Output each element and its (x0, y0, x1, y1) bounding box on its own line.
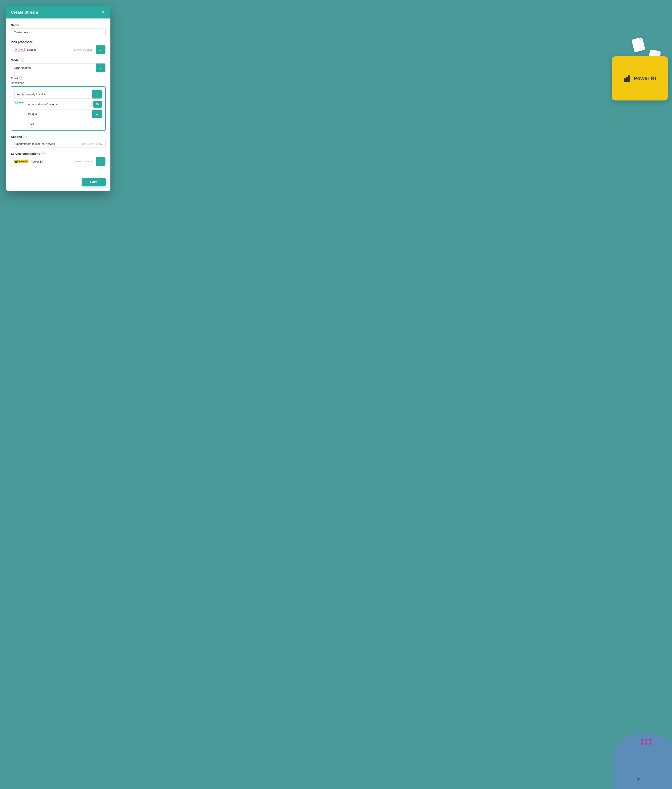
modal-body: Name Pick processor ORACLE Oracle (by Pi… (6, 19, 110, 175)
create-stream-modal: Create Stream × Name Pick processor ORAC… (6, 6, 110, 191)
svg-rect-5 (17, 160, 18, 163)
close-button[interactable]: × (100, 10, 106, 15)
save-button[interactable]: Save (82, 178, 106, 186)
filter-conditions-box: Apply property to value ⌄ Where Or (11, 86, 106, 131)
powerbi-card: Power BI (612, 56, 668, 101)
oracle-logo: ORACLE (14, 48, 25, 51)
actions-text-content: Export/stream to external service (by De… (11, 140, 105, 147)
actions-by-label: (by Denis Florkin) (82, 142, 103, 145)
apply-property-row: Apply property to value ⌄ (14, 90, 102, 99)
name-field-group: Name (11, 23, 106, 36)
powerbi-logo-small: Power BI (14, 160, 29, 163)
svg-rect-0 (624, 78, 626, 82)
service-connections-dropdown-button[interactable]: ⌄ (96, 157, 105, 166)
operator-dropdown-button[interactable]: ⌄ (92, 110, 102, 118)
doc-icon-3 (644, 747, 657, 762)
filter-field-group: Filter ? Conditions Apply property to va… (11, 76, 106, 131)
dots-decoration (641, 739, 652, 745)
actions-field-group: Actions ? Export/stream to external serv… (11, 135, 106, 148)
modal-header: Create Stream × (6, 6, 110, 19)
chevron-down-icon: ⌄ (99, 48, 102, 52)
model-help-icon[interactable]: ? (21, 58, 24, 62)
doc-icon-1 (631, 37, 645, 53)
processor-dropdown-button[interactable]: ⌄ (96, 45, 105, 54)
service-connections-select-content: Power BI Power BI (by Pierre Derval) (11, 158, 96, 165)
modal-title: Create Stream (11, 10, 38, 15)
service-connections-by-label: (by Pierre Derval) (73, 160, 93, 163)
actions-input-row: Export/stream to external service (by De… (11, 140, 106, 148)
chevron-down-icon: ⌄ (96, 112, 99, 116)
svg-rect-1 (626, 77, 628, 82)
svg-rect-3 (15, 161, 16, 163)
chevron-down-icon: ⌄ (99, 65, 102, 70)
actions-help-icon[interactable]: ? (23, 135, 27, 139)
blue-shape (614, 733, 672, 789)
model-label: Model ? (11, 58, 106, 62)
powerbi-card-title: Power BI (634, 75, 656, 81)
cursor-icon: ☞ (635, 775, 641, 783)
service-connections-select-row: Power BI Power BI (by Pierre Derval) ⌄ (11, 157, 106, 166)
or-button[interactable]: Or (93, 101, 102, 108)
apply-property-text: Apply property to value (15, 91, 92, 97)
operator-select: isEqual ⌄ (26, 110, 102, 118)
model-select-content: Organization (11, 64, 96, 72)
chevron-down-icon: ⌄ (96, 92, 99, 96)
apply-property-dropdown-button[interactable]: ⌄ (92, 90, 102, 99)
property-row: Or (26, 101, 102, 108)
model-dropdown-button[interactable]: ⌄ (96, 64, 105, 72)
model-value: Organization (14, 66, 31, 70)
model-field-group: Model ? Organization ⌄ (11, 58, 106, 72)
where-label: Where (14, 101, 24, 104)
property-input[interactable] (26, 101, 92, 108)
name-label: Name (11, 23, 106, 27)
processor-by-label: (by Pierre Derval) (73, 48, 93, 51)
model-select-row: Organization ⌄ (11, 63, 106, 72)
actions-value: Export/stream to external service (14, 142, 55, 145)
modal-footer: Save (6, 175, 110, 191)
oracle-value: Oracle (27, 48, 36, 51)
apply-property-select: Apply property to value ⌄ (14, 90, 102, 99)
processor-select-content: ORACLE Oracle (by Pierre Derval) (11, 46, 96, 53)
actions-label: Actions ? (11, 135, 106, 139)
processor-label: Pick processor (11, 40, 106, 44)
svg-rect-2 (628, 75, 630, 82)
chevron-down-icon: ⌄ (99, 159, 102, 164)
name-input[interactable] (11, 28, 106, 36)
service-connections-help-icon[interactable]: ? (41, 152, 45, 155)
processor-select-row: ORACLE Oracle (by Pierre Derval) ⌄ (11, 45, 106, 54)
service-connections-label: Service connections ? (11, 152, 106, 155)
filter-help-icon[interactable]: ? (19, 76, 23, 80)
service-connections-value: Power BI (30, 160, 43, 163)
svg-rect-4 (16, 161, 17, 163)
condition-value-input[interactable] (26, 120, 102, 127)
service-connections-field-group: Service connections ? Power BI Power BI … (11, 152, 106, 166)
processor-field-group: Pick processor ORACLE Oracle (by Pierre … (11, 40, 106, 54)
powerbi-logo-icon (624, 74, 632, 82)
operator-text: isEqual (26, 110, 92, 117)
where-conditions: Or isEqual ⌄ (26, 101, 102, 127)
filter-label: Filter ? (11, 76, 106, 80)
where-section: Where Or isEqual ⌄ (14, 101, 102, 127)
doc-icon-2 (648, 50, 661, 64)
conditions-label: Conditions (11, 81, 106, 85)
